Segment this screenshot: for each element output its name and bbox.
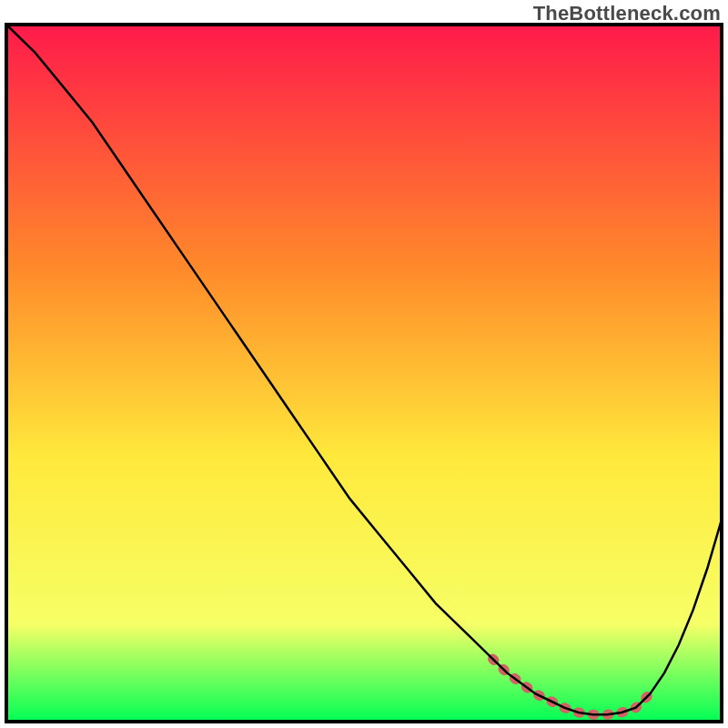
chart-svg [5,23,723,723]
gradient-background [6,25,722,722]
chart-wrapper: TheBottleneck.com [0,0,728,728]
plot-area [5,23,723,723]
